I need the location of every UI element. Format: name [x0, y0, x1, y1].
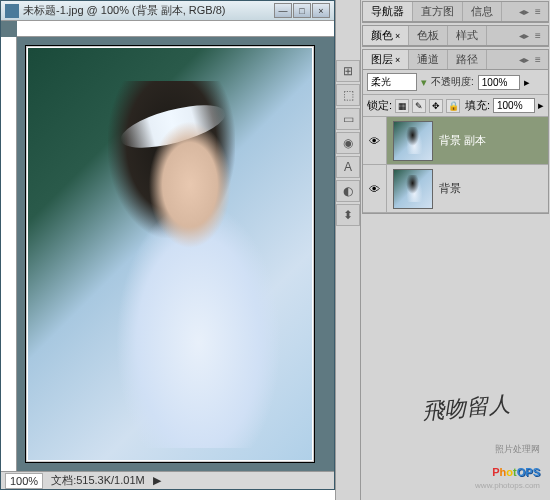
zoom-level[interactable]: 100%	[5, 473, 43, 489]
canvas[interactable]	[25, 45, 315, 463]
app-icon	[5, 4, 19, 18]
nav-panel-controls: ◂▸ ≡	[514, 6, 548, 18]
document-window: 未标题-1.jpg @ 100% (背景 副本, RGB/8) — □ ×	[0, 0, 335, 490]
lock-transparency-icon[interactable]: ▦	[395, 99, 409, 113]
close-button[interactable]: ×	[312, 3, 330, 18]
tab-channels[interactable]: 通道	[409, 50, 448, 69]
fill-label: 填充:	[465, 98, 490, 113]
layer-name[interactable]: 背景 副本	[439, 133, 486, 148]
layer-thumbnail[interactable]	[393, 121, 433, 161]
eye-icon: 👁	[369, 135, 380, 147]
lock-all-icon[interactable]: 🔒	[446, 99, 460, 113]
layers-list: 👁 背景 副本 👁 背景	[363, 117, 548, 213]
lock-label: 锁定:	[367, 98, 392, 113]
status-bar: 100% 文档:515.3K/1.01M ▶	[1, 471, 334, 489]
vtool-1[interactable]: ⬚	[336, 84, 360, 106]
lock-position-icon[interactable]: ✥	[429, 99, 443, 113]
navigator-panel: 导航器 直方图 信息 ◂▸ ≡	[362, 1, 549, 23]
horizontal-ruler[interactable]	[17, 21, 334, 37]
window-buttons: — □ ×	[274, 3, 330, 18]
tab-navigator[interactable]: 导航器	[363, 2, 413, 21]
status-arrow-icon[interactable]: ▶	[153, 474, 161, 487]
fill-arrow-icon[interactable]: ▸	[538, 99, 544, 112]
photops-logo: PhotOPS	[492, 458, 540, 481]
minimize-button[interactable]: —	[274, 3, 292, 18]
layers-tabs: 图层× 通道 路径 ◂▸ ≡	[363, 50, 548, 70]
vtool-2[interactable]: ▭	[336, 108, 360, 130]
opacity-label: 不透明度:	[431, 75, 474, 89]
layer-thumbnail[interactable]	[393, 169, 433, 209]
tab-info[interactable]: 信息	[463, 2, 502, 21]
color-tabs: 颜色× 色板 样式 ◂▸ ≡	[363, 26, 548, 46]
window-title: 未标题-1.jpg @ 100% (背景 副本, RGB/8)	[23, 3, 274, 18]
document-body	[1, 37, 334, 471]
blend-mode-arrow-icon[interactable]: ▾	[421, 76, 427, 89]
panel-menu-icon[interactable]: ≡	[532, 30, 544, 42]
calligraphy-text: 飛吻留人	[421, 389, 511, 427]
vtool-4[interactable]: A	[336, 156, 360, 178]
canvas-area[interactable]	[17, 37, 334, 471]
layers-panel-controls: ◂▸ ≡	[514, 54, 548, 66]
panel-menu-icon[interactable]: ≡	[532, 54, 544, 66]
layers-panel: 图层× 通道 路径 ◂▸ ≡ 柔光 ▾ 不透明度: 100% ▸ 锁定:	[362, 49, 549, 214]
photo-content	[28, 48, 312, 460]
tab-swatches[interactable]: 色板	[409, 26, 448, 45]
vtool-3[interactable]: ◉	[336, 132, 360, 154]
tab-color[interactable]: 颜色×	[363, 26, 409, 45]
color-panel-controls: ◂▸ ≡	[514, 30, 548, 42]
visibility-toggle[interactable]: 👁	[363, 165, 387, 212]
vtool-0[interactable]: ⊞	[336, 60, 360, 82]
panel-collapse-icon[interactable]: ◂▸	[518, 30, 530, 42]
vtool-6[interactable]: ⬍	[336, 204, 360, 226]
panel-menu-icon[interactable]: ≡	[532, 6, 544, 18]
lock-pixels-icon[interactable]: ✎	[412, 99, 426, 113]
title-bar[interactable]: 未标题-1.jpg @ 100% (背景 副本, RGB/8) — □ ×	[1, 1, 334, 21]
photo-figure	[113, 97, 283, 447]
tab-layers[interactable]: 图层×	[363, 50, 409, 69]
watermark: 飛吻留人 照片处理网 PhotOPS www.photops.com	[370, 370, 540, 490]
opacity-arrow-icon[interactable]: ▸	[524, 76, 530, 89]
opacity-input[interactable]: 100%	[478, 75, 520, 90]
fill-input[interactable]: 100%	[493, 98, 535, 113]
vertical-ruler[interactable]	[1, 37, 17, 471]
eye-icon: 👁	[369, 183, 380, 195]
vertical-toolbar: ⊞ ⬚ ▭ ◉ A ◐ ⬍	[335, 0, 361, 500]
tab-paths[interactable]: 路径	[448, 50, 487, 69]
tab-close-icon[interactable]: ×	[395, 31, 400, 41]
blend-mode-select[interactable]: 柔光	[367, 73, 417, 91]
visibility-toggle[interactable]: 👁	[363, 117, 387, 164]
lock-row: 锁定: ▦ ✎ ✥ 🔒 填充: 100% ▸	[363, 95, 548, 117]
tab-histogram[interactable]: 直方图	[413, 2, 463, 21]
tab-styles[interactable]: 样式	[448, 26, 487, 45]
layer-options-row: 柔光 ▾ 不透明度: 100% ▸	[363, 70, 548, 95]
maximize-button[interactable]: □	[293, 3, 311, 18]
layer-row[interactable]: 👁 背景	[363, 165, 548, 213]
nav-tabs: 导航器 直方图 信息 ◂▸ ≡	[363, 2, 548, 22]
logo-subtitle: 照片处理网	[495, 443, 540, 456]
tab-close-icon[interactable]: ×	[395, 55, 400, 65]
panel-collapse-icon[interactable]: ◂▸	[518, 6, 530, 18]
panel-collapse-icon[interactable]: ◂▸	[518, 54, 530, 66]
document-size: 文档:515.3K/1.01M	[51, 473, 145, 488]
layer-row[interactable]: 👁 背景 副本	[363, 117, 548, 165]
vtool-5[interactable]: ◐	[336, 180, 360, 202]
layer-name[interactable]: 背景	[439, 181, 461, 196]
color-panel: 颜色× 色板 样式 ◂▸ ≡	[362, 25, 549, 47]
logo-url: www.photops.com	[475, 481, 540, 490]
